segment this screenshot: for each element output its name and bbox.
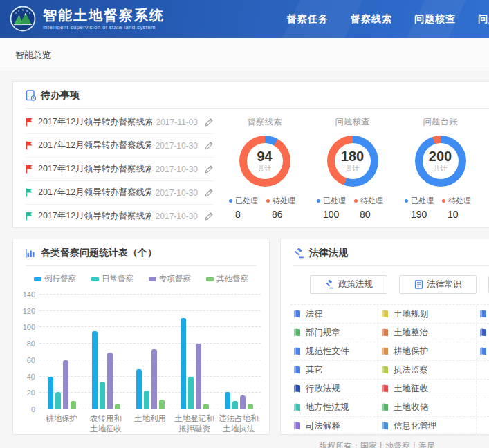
nav-item-1[interactable]: 督察任务 [287, 0, 329, 38]
todo-edit-button[interactable] [205, 118, 214, 127]
y-axis-tick: 120 [23, 307, 35, 315]
law-item-label: 执法监察 [394, 364, 428, 376]
todo-edit-button[interactable] [205, 141, 214, 150]
x-axis-label: 土地利用 [128, 413, 172, 424]
law-list-item[interactable]: 司法解释 [290, 417, 378, 435]
law-list-item[interactable]: 信息化管理 [378, 417, 477, 435]
law-tab-1[interactable]: 政策法规 [310, 275, 387, 294]
donut-ring: 180共计 [327, 136, 378, 187]
processed-value: 190 [411, 209, 448, 220]
law-list-item[interactable]: 土地规划 [378, 305, 477, 323]
gridline: 120 [39, 310, 261, 311]
law-row: 其它 执法监察 [290, 361, 489, 380]
todo-item-text: 2017年12月领导转办督察线索 [38, 140, 151, 151]
donut-ring: 94共计 [239, 136, 290, 187]
law-card: 法律法规 政策法规法律常识 法律 土地规划 部门规章 土地整治 规范性文件 耕地… [280, 239, 489, 435]
bar-chart-card: 各类督察问题统计表（个） 例行督察日常督察专项督察其他督察 0204060801… [12, 239, 270, 435]
todo-item-date: 2017-10-30 [156, 188, 198, 198]
legend-processed: 已处理 [229, 196, 266, 206]
law-item-label: 司法解释 [306, 420, 340, 432]
bar [136, 369, 142, 409]
legend-item-其他督察[interactable]: 其他督察 [206, 274, 248, 284]
legend-pending: 待处理 [442, 196, 479, 206]
breadcrumb: 智能总览 [15, 49, 51, 62]
law-list-item[interactable]: 其它 [290, 361, 378, 379]
breadcrumb-bar: 智能总览 [0, 38, 489, 71]
todo-item-text: 2017年12月领导转办督察线索 [38, 116, 152, 128]
donut-chart: 督察任务已处理待处理175 [484, 111, 489, 220]
law-item-label: 法律 [306, 308, 323, 320]
gridline: 100 [39, 326, 261, 327]
gridline: 80 [39, 343, 261, 344]
todo-item[interactable]: 2017年12月领导转办督察线索2017-11-03 [26, 111, 214, 134]
law-item-label: 耕地保护 [394, 346, 428, 357]
law-list-item [477, 361, 489, 379]
donut-chart: 问题台账200共计已处理待处理19010 [396, 111, 484, 220]
flag-icon [26, 212, 33, 221]
pending-value: 80 [360, 209, 396, 220]
law-list-item[interactable]: 法律 [290, 305, 378, 323]
law-list-item[interactable]: 土地整治 [378, 324, 477, 342]
law-list-item[interactable]: 部门规章 [290, 324, 378, 342]
bar [144, 391, 149, 409]
bar [92, 331, 98, 409]
bar [159, 400, 165, 409]
todo-item-text: 2017年12月领导转办督察线索 [38, 163, 151, 175]
bar [100, 382, 105, 409]
todo-item-text: 2017年12月领导转办督察线索 [38, 210, 151, 222]
law-list-item[interactable]: 规范性文件 [290, 342, 378, 360]
todo-item[interactable]: 2017年12月领导转办督察线索2017-10-30 [26, 158, 214, 181]
nav-item-3[interactable]: 问题核查 [414, 0, 456, 38]
law-list-item [477, 380, 489, 398]
y-axis-tick: 60 [27, 356, 35, 364]
law-list-item[interactable]: 土地收储 [378, 398, 477, 416]
legend-item-日常督察[interactable]: 日常督察 [91, 274, 133, 284]
nav-item-4[interactable]: 问题台账 [478, 0, 489, 38]
todo-item[interactable]: 2017年12月领导转办督察线索2017-10-30 [26, 134, 214, 158]
bar-chart-icon [26, 248, 36, 259]
legend-processed: 已处理 [405, 196, 442, 206]
law-list-item[interactable] [477, 342, 489, 360]
edit-pencil-icon [205, 118, 214, 127]
law-list-item[interactable]: 土地征收 [378, 380, 477, 398]
law-item-label: 土地规划 [394, 308, 428, 320]
book-icon [293, 366, 301, 374]
y-axis-tick: 100 [23, 323, 35, 331]
todo-edit-button[interactable] [205, 188, 214, 197]
book-icon [293, 384, 301, 393]
todo-edit-button[interactable] [205, 212, 214, 221]
law-list-item[interactable]: 执法监察 [378, 361, 477, 379]
law-item-label: 土地征收 [394, 383, 428, 395]
nav-item-2[interactable]: 督察线索 [351, 0, 392, 38]
book-icon [381, 403, 389, 411]
legend-item-专项督察[interactable]: 专项督察 [149, 274, 191, 284]
law-list-item [477, 417, 489, 435]
x-axis-label: 土地登记和抵押融资 [172, 413, 216, 434]
law-tab-2[interactable]: 法律常识 [399, 275, 477, 294]
divider [26, 265, 257, 266]
todo-item[interactable]: 2017年12月领导转办督察线索2017-10-30 [26, 205, 214, 227]
donut-total-label: 共计 [258, 164, 272, 174]
todo-list: 2017年12月领导转办督察线索2017-11-03 2017年12月领导转办督… [26, 111, 214, 227]
law-list-item[interactable]: 行政法规 [290, 380, 378, 398]
law-list-item[interactable]: 耕地保护 [378, 342, 477, 360]
donut-title: 督察线索 [221, 116, 308, 128]
law-row: 行政法规 土地征收 [290, 380, 489, 398]
law-book-icon [414, 280, 423, 289]
y-axis-tick: 80 [27, 339, 35, 348]
legend-item-例行督察[interactable]: 例行督察 [34, 274, 76, 284]
book-icon [381, 310, 389, 318]
brand-logo: 智能土地督察系统 intelligent supervision of stat… [10, 6, 165, 32]
law-list-item[interactable] [477, 305, 489, 323]
book-icon [381, 422, 389, 430]
law-list-item[interactable] [477, 324, 489, 342]
pending-value: 86 [272, 209, 308, 220]
gavel-icon [324, 280, 334, 289]
todo-item[interactable]: 2017年12月领导转办督察线索2017-10-30 [26, 181, 214, 205]
law-list-item[interactable]: 地方性法规 [290, 398, 378, 416]
law-item-label: 规范性文件 [306, 346, 349, 357]
todo-edit-button[interactable] [205, 165, 214, 174]
top-header: 智能土地督察系统 intelligent supervision of stat… [0, 0, 489, 38]
book-icon [479, 328, 487, 337]
bar [203, 404, 209, 409]
